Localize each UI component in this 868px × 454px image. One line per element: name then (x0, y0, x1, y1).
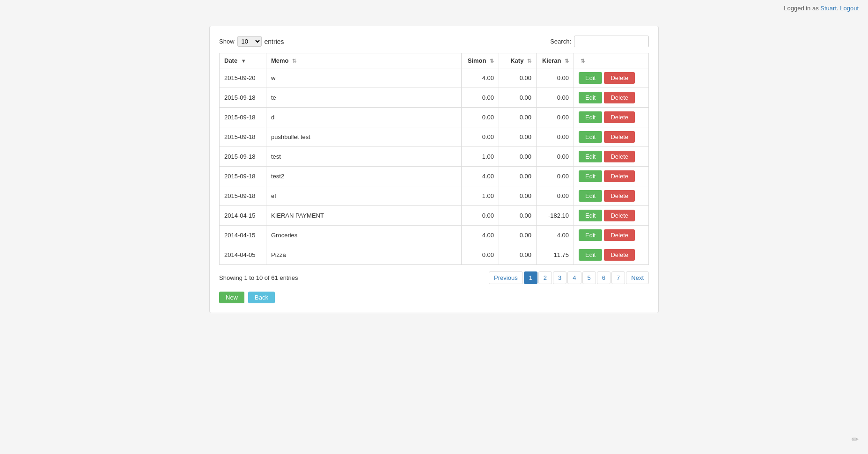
pagination-page-4[interactable]: 4 (567, 271, 581, 284)
table-controls-bottom: Showing 1 to 10 of 61 entries Previous12… (219, 271, 649, 284)
edit-button[interactable]: Edit (579, 190, 602, 202)
cell-kieran: 0.00 (537, 108, 574, 127)
new-button[interactable]: New (219, 292, 244, 303)
cell-actions: Edit Delete (574, 147, 649, 167)
cell-kieran: 0.00 (537, 186, 574, 206)
table-row: 2015-09-18 pushbullet test 0.00 0.00 0.0… (220, 127, 649, 147)
col-header-kieran[interactable]: Kieran (537, 53, 574, 68)
actions-sort-icon (581, 58, 585, 64)
cell-memo: d (266, 108, 462, 127)
delete-button[interactable]: Delete (604, 131, 635, 143)
pagination-page-2[interactable]: 2 (538, 271, 552, 284)
delete-button[interactable]: Delete (604, 92, 635, 103)
cell-memo: Pizza (266, 245, 462, 265)
data-table: Date Memo Simon Katy (219, 53, 649, 265)
cell-memo: pushbullet test (266, 127, 462, 147)
showing-info: Showing 1 to 10 of 61 entries (219, 274, 298, 281)
memo-sort-icon (292, 58, 296, 64)
pagination-next[interactable]: Next (626, 271, 649, 284)
search-input[interactable] (574, 36, 649, 47)
cell-kieran: 0.00 (537, 147, 574, 167)
table-row: 2014-04-15 KIERAN PAYMENT 0.00 0.00 -182… (220, 206, 649, 226)
cell-katy: 0.00 (499, 226, 537, 245)
edit-button[interactable]: Edit (579, 249, 602, 261)
cell-katy: 0.00 (499, 186, 537, 206)
col-header-katy[interactable]: Katy (499, 53, 537, 68)
delete-button[interactable]: Delete (604, 190, 635, 202)
delete-button[interactable]: Delete (604, 111, 635, 123)
edit-button[interactable]: Edit (579, 92, 602, 103)
cell-date: 2015-09-18 (220, 167, 266, 186)
top-bar: Logged in as Stuart. Logout (0, 0, 868, 16)
pagination-previous[interactable]: Previous (489, 271, 523, 284)
cell-memo: KIERAN PAYMENT (266, 206, 462, 226)
col-header-memo[interactable]: Memo (266, 53, 462, 68)
cell-katy: 0.00 (499, 167, 537, 186)
action-buttons: New Back (219, 292, 649, 303)
col-header-simon[interactable]: Simon (462, 53, 499, 68)
delete-button[interactable]: Delete (604, 72, 635, 84)
col-header-actions[interactable] (574, 53, 649, 68)
pagination-page-7[interactable]: 7 (611, 271, 625, 284)
pagination-page-1[interactable]: 1 (524, 271, 537, 284)
cell-simon: 1.00 (462, 186, 499, 206)
cell-date: 2015-09-18 (220, 127, 266, 147)
cell-actions: Edit Delete (574, 206, 649, 226)
cell-kieran: 0.00 (537, 167, 574, 186)
pagination-page-5[interactable]: 5 (582, 271, 596, 284)
entries-select[interactable]: 10 25 50 100 (237, 36, 262, 47)
logout-link[interactable]: Logout (840, 5, 859, 12)
table-row: 2015-09-18 ef 1.00 0.00 0.00 Edit Delete (220, 186, 649, 206)
cell-actions: Edit Delete (574, 127, 649, 147)
cell-katy: 0.00 (499, 88, 537, 108)
cell-memo: test2 (266, 167, 462, 186)
cell-kieran: 4.00 (537, 226, 574, 245)
edit-button[interactable]: Edit (579, 170, 602, 182)
cell-date: 2014-04-05 (220, 245, 266, 265)
col-header-date[interactable]: Date (220, 53, 266, 68)
edit-button[interactable]: Edit (579, 151, 602, 162)
simon-sort-icon (490, 58, 494, 64)
back-button[interactable]: Back (248, 292, 275, 303)
main-container: Show 10 25 50 100 entries Search: Date (0, 16, 868, 322)
pagination-page-6[interactable]: 6 (597, 271, 611, 284)
cell-simon: 0.00 (462, 88, 499, 108)
edit-button[interactable]: Edit (579, 229, 602, 241)
table-body: 2015-09-20 w 4.00 0.00 0.00 Edit Delete … (220, 68, 649, 265)
table-row: 2015-09-18 d 0.00 0.00 0.00 Edit Delete (220, 108, 649, 127)
delete-button[interactable]: Delete (604, 151, 635, 162)
username-link[interactable]: Stuart (820, 5, 837, 12)
pagination-page-3[interactable]: 3 (553, 271, 566, 284)
cell-katy: 0.00 (499, 108, 537, 127)
cell-actions: Edit Delete (574, 226, 649, 245)
cell-memo: te (266, 88, 462, 108)
cell-actions: Edit Delete (574, 88, 649, 108)
edit-button[interactable]: Edit (579, 131, 602, 143)
show-label: Show (219, 38, 235, 45)
edit-button[interactable]: Edit (579, 210, 602, 221)
cell-date: 2014-04-15 (220, 226, 266, 245)
cell-actions: Edit Delete (574, 108, 649, 127)
table-row: 2015-09-20 w 4.00 0.00 0.00 Edit Delete (220, 68, 649, 88)
edit-button[interactable]: Edit (579, 72, 602, 84)
cell-kieran: 11.75 (537, 245, 574, 265)
delete-button[interactable]: Delete (604, 229, 635, 241)
cell-kieran: 0.00 (537, 88, 574, 108)
logged-in-text: Logged in as (784, 5, 820, 12)
cell-simon: 4.00 (462, 167, 499, 186)
date-sort-icon (241, 58, 246, 64)
edit-button[interactable]: Edit (579, 111, 602, 123)
cell-katy: 0.00 (499, 147, 537, 167)
cell-actions: Edit Delete (574, 186, 649, 206)
cell-katy: 0.00 (499, 206, 537, 226)
cell-date: 2015-09-18 (220, 108, 266, 127)
delete-button[interactable]: Delete (604, 249, 635, 261)
cell-simon: 4.00 (462, 226, 499, 245)
katy-sort-icon (527, 58, 531, 64)
cell-date: 2015-09-18 (220, 186, 266, 206)
cell-memo: ef (266, 186, 462, 206)
cell-simon: 0.00 (462, 127, 499, 147)
delete-button[interactable]: Delete (604, 210, 635, 221)
cell-memo: test (266, 147, 462, 167)
delete-button[interactable]: Delete (604, 170, 635, 182)
